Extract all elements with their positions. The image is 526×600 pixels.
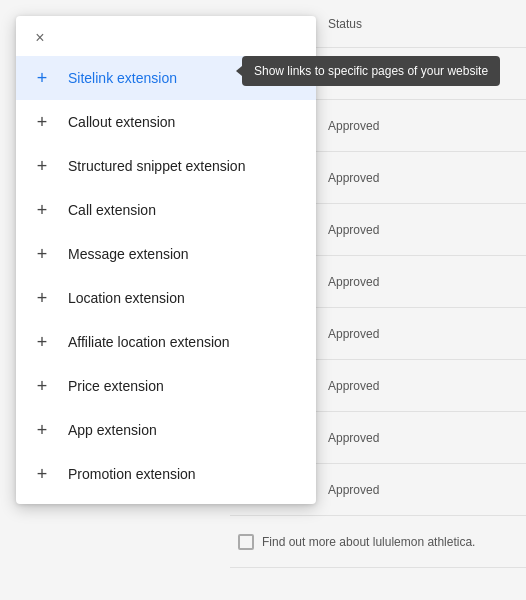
- menu-item-label: Affiliate location extension: [68, 334, 230, 350]
- menu-item-label: Location extension: [68, 290, 185, 306]
- row-status: Approved: [328, 171, 379, 185]
- menu-item-label: Call extension: [68, 202, 156, 218]
- row-status: Approved: [328, 223, 379, 237]
- menu-item-location[interactable]: + Location extension: [16, 276, 316, 320]
- row-status: Approved: [328, 67, 379, 81]
- menu-item-structured-snippet[interactable]: + Structured snippet extension: [16, 144, 316, 188]
- menu-item-label: Sitelink extension: [68, 70, 177, 86]
- menu-item-promotion[interactable]: + Promotion extension: [16, 452, 316, 496]
- add-icon: +: [32, 332, 52, 352]
- menu-item-label: Structured snippet extension: [68, 158, 245, 174]
- add-icon: +: [32, 464, 52, 484]
- last-row-text: Find out more about lululemon athletica.: [262, 535, 475, 549]
- menu-item-app[interactable]: + App extension: [16, 408, 316, 452]
- last-table-row: Find out more about lululemon athletica.: [230, 516, 526, 568]
- col-status-header: Status: [328, 17, 362, 31]
- row-status: Approved: [328, 483, 379, 497]
- extension-dropdown: × + Sitelink extension + Callout extensi…: [16, 16, 316, 504]
- menu-item-sitelink[interactable]: + Sitelink extension: [16, 56, 316, 100]
- close-button[interactable]: ×: [28, 26, 52, 50]
- menu-item-call[interactable]: + Call extension: [16, 188, 316, 232]
- add-icon: +: [32, 200, 52, 220]
- add-icon: +: [32, 156, 52, 176]
- row-status: Approved: [328, 327, 379, 341]
- menu-item-affiliate-location[interactable]: + Affiliate location extension: [16, 320, 316, 364]
- row-status: Approved: [328, 119, 379, 133]
- row-status: Approved: [328, 431, 379, 445]
- menu-item-price[interactable]: + Price extension: [16, 364, 316, 408]
- menu-item-message[interactable]: + Message extension: [16, 232, 316, 276]
- row-status: Approved: [328, 379, 379, 393]
- add-icon: +: [32, 68, 52, 88]
- menu-item-label: Message extension: [68, 246, 189, 262]
- add-icon: +: [32, 376, 52, 396]
- menu-item-label: App extension: [68, 422, 157, 438]
- add-icon: +: [32, 112, 52, 132]
- add-icon: +: [32, 420, 52, 440]
- menu-item-label: Price extension: [68, 378, 164, 394]
- dropdown-header: ×: [16, 16, 316, 56]
- row-checkbox[interactable]: [238, 534, 254, 550]
- menu-item-label: Promotion extension: [68, 466, 196, 482]
- add-icon: +: [32, 288, 52, 308]
- menu-item-label: Callout extension: [68, 114, 175, 130]
- menu-item-callout[interactable]: + Callout extension: [16, 100, 316, 144]
- row-status: Approved: [328, 275, 379, 289]
- add-icon: +: [32, 244, 52, 264]
